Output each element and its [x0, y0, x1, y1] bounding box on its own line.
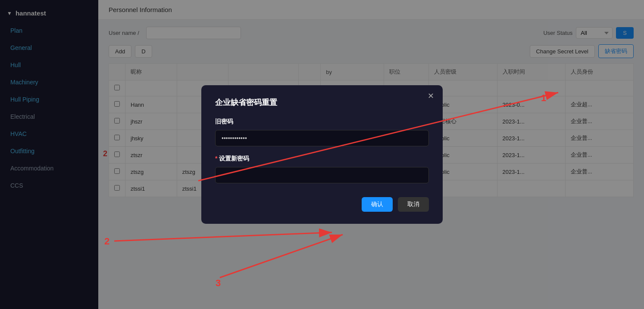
cancel-button[interactable]: 取消 [398, 197, 429, 212]
old-password-label: 旧密码 [215, 118, 429, 126]
old-password-input[interactable] [215, 130, 429, 146]
modal-close-button[interactable]: ✕ [428, 92, 434, 100]
modal-overlay[interactable]: 企业缺省密码重置 ✕ 旧密码 设置新密码 确认 取消 [0, 0, 644, 309]
new-password-label: 设置新密码 [215, 155, 429, 163]
modal-title: 企业缺省密码重置 [215, 97, 429, 108]
confirm-button[interactable]: 确认 [362, 197, 393, 212]
new-password-input[interactable] [215, 167, 429, 183]
reset-password-modal: 企业缺省密码重置 ✕ 旧密码 设置新密码 确认 取消 [201, 85, 443, 224]
modal-footer: 确认 取消 [215, 197, 429, 212]
